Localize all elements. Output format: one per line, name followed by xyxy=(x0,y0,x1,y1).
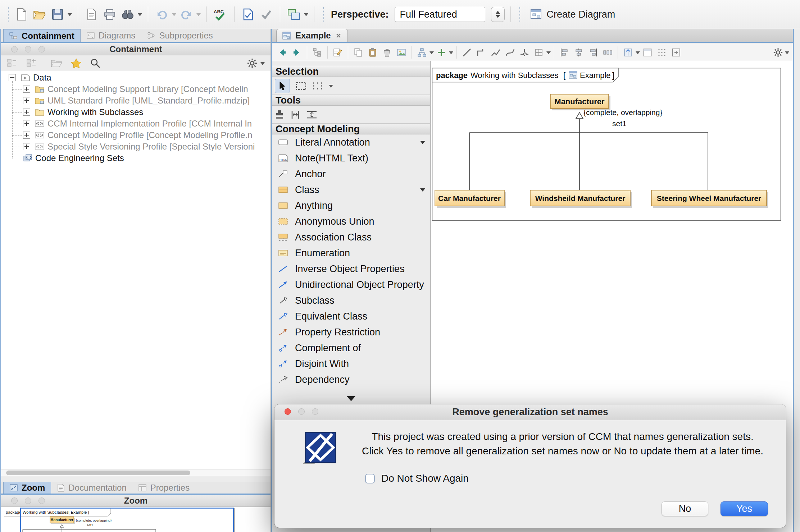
palette-section-concept-modeling[interactable]: Concept Modeling xyxy=(272,123,430,134)
align-left-button[interactable] xyxy=(558,46,571,59)
marquee-tool-icon[interactable] xyxy=(296,82,306,90)
no-button[interactable]: No xyxy=(662,501,708,516)
show-grid-button[interactable] xyxy=(655,46,669,59)
minimize-circle-icon[interactable] xyxy=(25,46,31,52)
undo-menu-caret[interactable] xyxy=(172,13,176,18)
expand-circle-icon[interactable] xyxy=(38,46,45,52)
close-tab-icon[interactable] xyxy=(335,32,342,39)
align-right-button[interactable] xyxy=(586,46,600,59)
settings-gear-icon[interactable] xyxy=(247,58,258,69)
related-diagrams-caret[interactable] xyxy=(304,13,308,18)
diagram-options-caret[interactable] xyxy=(785,51,789,56)
class-caret[interactable] xyxy=(420,188,425,194)
copy-button[interactable] xyxy=(351,46,365,59)
create-diagram-button[interactable]: Create Diagram xyxy=(530,9,615,20)
close-circle-icon[interactable] xyxy=(11,497,18,504)
palette-item-anchor[interactable]: Anchor xyxy=(272,166,430,182)
perspective-stepper[interactable] xyxy=(491,7,505,22)
toolbar-drag-handle[interactable] xyxy=(519,7,520,22)
validate-button[interactable] xyxy=(240,5,256,24)
redo-menu-caret[interactable] xyxy=(196,13,201,18)
favorites-star-icon[interactable] xyxy=(71,58,82,68)
sticker-tool-icon[interactable] xyxy=(275,110,284,120)
collapse-toggle-icon[interactable] xyxy=(9,74,16,81)
palette-item-property-restriction[interactable]: Property Restriction xyxy=(272,324,430,340)
zoom-preview-panel[interactable]: package Working with Subclasses[ Example… xyxy=(1,507,271,532)
generalization-set-name[interactable]: set1 xyxy=(612,119,627,128)
palette-item-anything[interactable]: Anything xyxy=(272,198,430,214)
add-element-button[interactable] xyxy=(435,46,448,59)
toolbar-drag-handle[interactable] xyxy=(8,7,9,22)
distribute-button[interactable] xyxy=(601,46,614,59)
new-project-button[interactable] xyxy=(14,5,29,24)
pointer-tool[interactable] xyxy=(275,79,290,93)
swimlane-button[interactable] xyxy=(621,46,635,59)
palette-item-anonymous-union[interactable]: Anonymous Union xyxy=(272,214,430,229)
palette-item-complement-of[interactable]: Complement of xyxy=(272,340,430,356)
bezier-path-button[interactable] xyxy=(503,46,517,59)
swimlane-menu-caret[interactable] xyxy=(636,51,640,56)
tab-properties[interactable]: Properties xyxy=(132,482,195,494)
generalization-lines[interactable] xyxy=(469,119,708,190)
palette-section-selection[interactable]: Selection xyxy=(272,66,430,77)
class-steering-wheel-manufacturer[interactable]: Steering Wheel Manufacturer xyxy=(651,190,768,208)
expand-toggle-icon[interactable] xyxy=(23,143,30,150)
paste-button[interactable] xyxy=(366,46,379,59)
tree-item-data[interactable]: Data xyxy=(1,72,271,83)
containment-horizontal-scrollbar[interactable] xyxy=(1,469,271,476)
palette-item-subclass[interactable]: Subclass xyxy=(272,293,430,308)
perspective-select[interactable]: Full Featured xyxy=(395,7,485,22)
palette-item-disjoint-with[interactable]: Disjoint With xyxy=(272,356,430,372)
align-tool-icon[interactable] xyxy=(290,110,301,119)
layout-menu-caret[interactable] xyxy=(429,51,434,56)
page-setup-button[interactable] xyxy=(84,5,100,24)
expand-toggle-icon[interactable] xyxy=(23,109,30,116)
tree-item-profile[interactable]: Concept Modeling Support Library [Concep… xyxy=(1,83,271,95)
palette-item-unidirectional-object-property[interactable]: Unidirectional Object Property xyxy=(272,277,430,293)
dialog-titlebar[interactable]: Remove generalization set names xyxy=(274,404,786,420)
tree-item-package[interactable]: Working with Subclasses xyxy=(1,106,271,118)
palette-item-association-class[interactable]: Association Class xyxy=(272,229,430,245)
line-jumps-button[interactable] xyxy=(518,46,531,59)
show-diagram-info-button[interactable] xyxy=(641,46,654,59)
save-button[interactable] xyxy=(50,5,65,24)
palette-section-tools[interactable]: Tools xyxy=(272,95,430,106)
minimize-circle-icon[interactable] xyxy=(25,497,31,504)
palette-item-enumeration[interactable]: Enumeration xyxy=(272,245,430,261)
close-circle-icon[interactable] xyxy=(285,408,291,415)
palette-item-literal-annotation[interactable]: Literal Annotation xyxy=(272,134,430,150)
print-menu-caret[interactable] xyxy=(138,13,142,18)
scrollbar-thumb[interactable] xyxy=(6,471,190,475)
yes-button[interactable]: Yes xyxy=(721,501,768,516)
tab-diagrams[interactable]: Diagrams xyxy=(81,29,141,42)
align-center-button[interactable] xyxy=(572,46,586,59)
expand-toggle-icon[interactable] xyxy=(23,120,30,127)
zigzag-path-button[interactable] xyxy=(489,46,503,59)
tree-item-code-engineering-sets[interactable]: Code Engineering Sets xyxy=(1,152,271,164)
expand-circle-icon[interactable] xyxy=(38,497,45,504)
expand-all-icon[interactable] xyxy=(26,59,37,68)
print-button[interactable] xyxy=(102,5,118,24)
tree-item-profile[interactable]: Concept Modeling Profile [Concept Modeli… xyxy=(1,129,271,141)
lasso-tool-icon[interactable] xyxy=(312,82,323,90)
palette-item-equivalent-class[interactable]: Equivalent Class xyxy=(272,308,430,324)
layout-button[interactable] xyxy=(415,46,429,59)
tab-subproperties[interactable]: Subproperties xyxy=(141,29,218,42)
tree-item-profile[interactable]: Special Style Versioning Profile [Specia… xyxy=(1,141,271,152)
do-not-show-again-checkbox[interactable] xyxy=(365,474,375,483)
zoom-fit-button[interactable] xyxy=(669,46,683,59)
redo-button[interactable] xyxy=(178,5,194,24)
minimize-circle-icon[interactable] xyxy=(298,408,305,415)
save-as-image-button[interactable] xyxy=(395,46,408,59)
open-in-tree-icon[interactable] xyxy=(51,59,62,68)
selection-tools-caret[interactable] xyxy=(329,85,333,90)
toolbar-drag-handle[interactable] xyxy=(323,7,324,22)
oblique-path-button[interactable] xyxy=(460,46,474,59)
tab-zoom[interactable]: Zoom xyxy=(3,482,51,494)
grid-button[interactable] xyxy=(532,46,546,59)
search-icon[interactable] xyxy=(90,58,100,68)
expand-toggle-icon[interactable] xyxy=(23,86,30,93)
expand-circle-icon[interactable] xyxy=(312,408,318,415)
collapse-all-icon[interactable] xyxy=(7,59,18,68)
class-manufacturer[interactable]: Manufacturer xyxy=(550,94,610,110)
